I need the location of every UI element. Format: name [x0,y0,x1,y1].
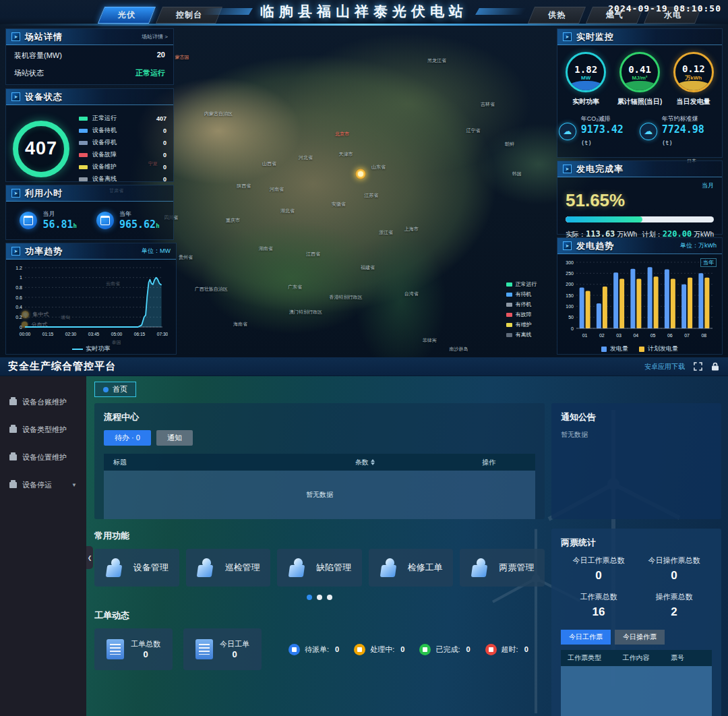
gauge-ring-icon: 0.12万kWh [673,52,714,92]
process-column-条数[interactable]: 条数 [278,458,452,467]
map-label-province: 福建省 [361,264,375,271]
status-value: 0 [400,645,404,653]
map-label-province: 湖北省 [280,208,295,214]
map-label-province: 江西省 [306,251,320,258]
svg-text:05:00: 05:00 [111,332,123,336]
svg-text:01:15: 01:15 [42,332,54,336]
carousel-dot-3[interactable] [327,595,332,600]
svg-text:07: 07 [684,333,690,338]
panel-arrow-icon [563,241,572,250]
device-legend-value: 0 [163,140,166,146]
panel-arrow-icon [563,165,572,173]
station-detail-label: 场站状态 [14,68,44,78]
eco-value: 7724.98 (t) [662,123,721,148]
legend-swatch-icon [601,347,607,352]
sidebar-collapse-handle[interactable]: ❮ [86,546,93,569]
utilization-label: 当月 [42,210,77,218]
function-card-label: 缺陷管理 [316,562,351,574]
process-column-操作[interactable]: 操作 [452,458,526,467]
legend-swatch-icon [639,347,644,352]
station-sun-marker-icon[interactable] [355,169,366,179]
sidebar-item-设备类型维护[interactable]: 设备类型维护 [0,419,86,441]
map-status-legend-label: 有离线 [516,331,532,338]
ticket-stat-工作票总数: 工作票总数16 [561,592,636,619]
map-status-legend: 正常运行有待机有停机有故障有维护有离线 [506,280,537,341]
map-label-province: 广东省 [288,284,302,291]
header-tab-光伏[interactable]: 光伏 [98,7,156,24]
sort-icon[interactable] [371,459,375,465]
workorder-card-value: 0 [131,649,160,659]
svg-text:150: 150 [566,293,574,298]
carousel-dot-1[interactable] [307,595,312,600]
map-status-legend-item: 正常运行 [506,280,537,288]
gauge-ring-icon: 0.41MJ/m² [619,52,660,92]
line-swatch-icon [72,349,83,350]
station-detail-value: 正常运行 [135,68,165,78]
fullscreen-icon[interactable] [693,362,702,371]
sidebar-item-设备停运[interactable]: 设备停运▼ [0,474,86,496]
function-card-两票管理[interactable]: 两票管理 [460,549,545,587]
ticket-column-工作票类型: 工作票类型 [568,653,623,663]
eco-stat: ☁年节约标准煤7724.98 (t) [640,115,721,148]
title-decor-right [475,8,526,15]
device-legend-item: 设备停机0 [79,138,166,147]
header-tab-label: 控制台 [176,9,202,21]
map-status-legend-item: 有维护 [506,321,537,328]
workorder-card-工单总数[interactable]: 工单总数0 [94,628,173,670]
sidebar-item-设备位置维护[interactable]: 设备位置维护 [0,446,86,469]
map-label-province: 朝鲜 [505,141,514,148]
function-card-检修工单[interactable]: 检修工单 [369,549,454,587]
status-value: 0 [524,645,528,653]
map-label-province: 海南省 [233,321,247,328]
legend-swatch-icon [506,282,512,287]
svg-text:50: 50 [568,315,574,320]
function-3d-icon [105,558,125,577]
sidebar-item-设备台账维护[interactable]: 设备台账维护 [0,391,86,413]
process-tab-待办 · 0[interactable]: 待办 · 0 [104,430,151,446]
ticket-tab-今日工作票[interactable]: 今日工作票 [561,630,611,645]
device-icon [9,482,17,488]
map-label-province: 台湾省 [404,291,419,297]
station-detail-link[interactable]: 场站详情 > [142,33,168,40]
notice-title: 通知公告 [561,411,712,423]
function-card-巡检管理[interactable]: 巡检管理 [186,549,271,587]
device-icon [9,399,17,405]
lock-icon[interactable] [710,362,720,371]
workorder-card-今日工单[interactable]: 今日工单0 [183,628,262,670]
datetime-display: 2024-09-19 08:10:50 [608,3,721,13]
panel-generation-trend: 发电趋势 单位：万kWh 当年 050100150200250300010203… [557,237,723,355]
ticket-stat-今日操作票总数: 今日操作票总数0 [636,556,712,583]
process-column-标题[interactable]: 标题 [113,458,278,467]
tab-home[interactable]: 首页 [94,382,136,397]
svg-text:07:30: 07:30 [157,332,168,336]
svg-text:02:30: 02:30 [65,332,77,336]
process-tab-通知[interactable]: 通知 [156,430,193,446]
chart-legend-item: 发电量 [601,345,628,353]
device-legend-label: 设备待机 [92,126,117,135]
ticket-stat-value: 16 [561,605,636,619]
status-label: 处理中: [370,645,394,655]
function-card-label: 设备管理 [133,562,169,574]
gauge-wave [566,81,606,92]
carousel-dot-2[interactable] [317,595,322,600]
device-legend-item: 设备维护0 [79,162,166,171]
header-tab-供热[interactable]: 供热 [528,7,586,24]
generation-trend-period-tag[interactable]: 当年 [700,258,717,267]
platform-header: 安全生产综合管控平台 安卓应用下载 [0,357,728,376]
android-download-link[interactable]: 安卓应用下载 [644,362,685,371]
ticket-stat-label: 操作票总数 [636,592,712,602]
map-label-province: 韩国 [512,171,522,177]
function-card-设备管理[interactable]: 设备管理 [94,549,179,587]
function-card-缺陷管理[interactable]: 缺陷管理 [277,549,362,587]
svg-text:1.2: 1.2 [16,266,22,270]
device-legend-item: 设备待机0 [79,126,166,135]
chevron-down-icon: ▼ [71,482,77,488]
utilization-value: 965.62h [119,218,160,231]
sidebar-item-label: 设备位置维护 [22,452,67,463]
ticket-tab-今日操作票[interactable]: 今日操作票 [615,630,665,645]
svg-text:03:45: 03:45 [88,332,100,336]
sidebar-item-label: 设备类型维护 [22,425,67,435]
map-label-province: 湖南省 [259,245,273,252]
device-legend-value: 407 [156,115,166,122]
legend-swatch-icon [79,165,88,169]
